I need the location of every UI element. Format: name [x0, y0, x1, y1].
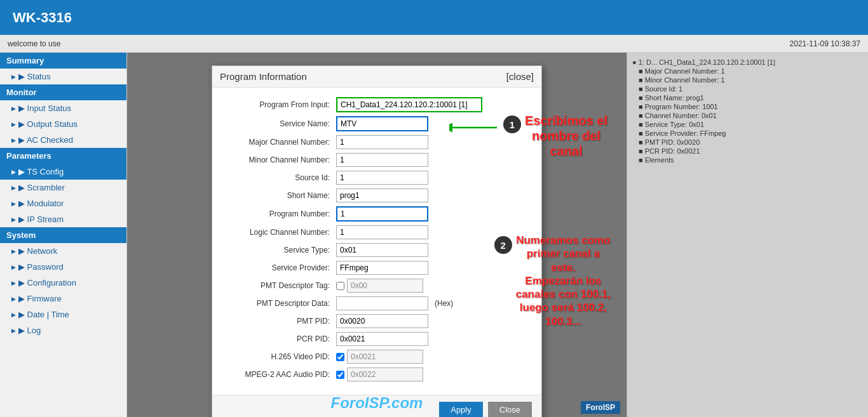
short-name-label: Short Name: — [225, 191, 336, 200]
major-channel-input[interactable] — [336, 135, 428, 149]
apply-button[interactable]: Apply — [439, 402, 483, 417]
sidebar-item-output-status[interactable]: ▶ Output Status — [0, 116, 126, 132]
sidebar-section-system: System — [0, 227, 126, 243]
source-id-input[interactable] — [336, 171, 428, 185]
content-area: Program Information [close] Program From… — [127, 53, 627, 417]
service-type-label: Service Type: — [225, 246, 336, 255]
rp-item: ■ PCR PID: 0x0021 — [632, 147, 863, 156]
service-provider-row: Service Provider: — [225, 261, 529, 275]
arrow-1-icon — [449, 118, 500, 137]
h265-video-pid-row: H.265 Video PID: — [225, 350, 529, 364]
minor-channel-field — [336, 153, 529, 167]
app-header: WK-3316 — [0, 0, 868, 35]
rp-item: ■ Program Number: 1001 — [632, 102, 863, 111]
sidebar-item-status[interactable]: ▶ Status — [0, 69, 126, 84]
pmt-descriptor-data-row: PMT Descriptor Data: (Hex) — [225, 296, 529, 310]
program-from-input-input[interactable] — [336, 97, 482, 112]
sidebar-item-ip-stream[interactable]: ▶ IP Stream — [0, 211, 126, 227]
sidebar-item-modulator[interactable]: ▶ Modulator — [0, 195, 126, 211]
sidebar-item-datetime[interactable]: ▶ Date | Time — [0, 307, 126, 322]
sidebar-item-ac-checked[interactable]: ▶ AC Checked — [0, 132, 126, 148]
source-id-label: Source Id: — [225, 173, 336, 182]
major-channel-label: Major Channel Number: — [225, 138, 336, 147]
service-name-label: Service Name: — [225, 119, 336, 128]
source-id-row: Source Id: — [225, 171, 529, 185]
sidebar-item-configuration[interactable]: ▶ Configuration — [0, 275, 126, 291]
pmt-descriptor-tag-input[interactable] — [347, 279, 423, 293]
pmt-pid-row: PMT PID: — [225, 314, 529, 328]
major-channel-field — [336, 135, 529, 149]
pmt-descriptor-data-label: PMT Descriptor Data: — [225, 299, 336, 308]
rp-item: ■ PMT PID: 0x0020 — [632, 138, 863, 147]
minor-channel-label: Minor Channel Number: — [225, 156, 336, 164]
annotation-2: 2 Numeramos comoprimer canal aeste.Empez… — [494, 234, 611, 328]
rp-item: ● 1: D... CH1_Data1_224.120.120.2:10001 … — [632, 58, 863, 67]
program-number-field — [336, 206, 529, 222]
pmt-pid-label: PMT PID: — [225, 317, 336, 326]
forolsp-badge: ForoISP — [581, 401, 620, 414]
logic-channel-row: Logic Channel Number: — [225, 225, 529, 239]
service-provider-label: Service Provider: — [225, 263, 336, 272]
sidebar-item-network[interactable]: ▶ Network — [0, 243, 126, 259]
sidebar-item-input-status[interactable]: ▶ Input Status — [0, 100, 126, 116]
sidebar-item-firmware[interactable]: ▶ Firmware — [0, 291, 126, 307]
badge-2: 2 — [494, 236, 512, 254]
source-id-field — [336, 171, 529, 185]
pcr-pid-input[interactable] — [336, 332, 428, 346]
pmt-descriptor-tag-row: PMT Descriptor Tag: — [225, 279, 529, 293]
sidebar: Summary▶ StatusMonitor▶ Input Status▶ Ou… — [0, 53, 127, 417]
program-number-row: Program Number: — [225, 206, 529, 222]
close-button[interactable]: Close — [488, 402, 532, 417]
dialog-titlebar: Program Information [close] — [212, 66, 541, 88]
datetime-display: 2021-11-09 10:38:37 — [790, 39, 860, 48]
service-provider-input[interactable] — [336, 261, 428, 275]
mpeg2-aac-row: MPEG-2 AAC Audio PID: — [225, 367, 529, 381]
main-layout: Summary▶ StatusMonitor▶ Input Status▶ Ou… — [0, 53, 868, 417]
app-title: WK-3316 — [13, 10, 72, 26]
short-name-input[interactable] — [336, 189, 428, 202]
logic-channel-label: Logic Channel Number: — [225, 228, 336, 237]
program-number-input[interactable] — [336, 206, 428, 222]
pmt-descriptor-tag-label: PMT Descriptor Tag: — [225, 281, 336, 290]
h265-video-pid-checkbox[interactable] — [336, 353, 344, 361]
welcome-text: welcome to use — [8, 39, 60, 48]
short-name-row: Short Name: — [225, 189, 529, 202]
sidebar-item-log[interactable]: ▶ Log — [0, 322, 126, 338]
short-name-field — [336, 189, 529, 202]
mpeg2-aac-label: MPEG-2 AAC Audio PID: — [225, 370, 336, 379]
mpeg2-aac-checkbox[interactable] — [336, 371, 344, 379]
pmt-descriptor-data-input[interactable] — [336, 296, 428, 310]
h265-video-pid-label: H.265 Video PID: — [225, 352, 336, 361]
right-panel: ● 1: D... CH1_Data1_224.120.120.2:10001 … — [627, 53, 868, 417]
sidebar-item-ts-config[interactable]: ▶ TS Config — [0, 164, 126, 180]
sidebar-section-parameters: Parameters — [0, 148, 126, 164]
program-from-input-row: Program From Input: — [225, 97, 529, 112]
logic-channel-input[interactable] — [336, 225, 428, 239]
sidebar-item-password[interactable]: ▶ Password — [0, 259, 126, 275]
forolsp-watermark: ForoISP.com — [331, 394, 423, 412]
sidebar-item-scrambler[interactable]: ▶ Scrambler — [0, 180, 126, 195]
program-number-label: Program Number: — [225, 209, 336, 218]
minor-channel-input[interactable] — [336, 153, 428, 167]
mpeg2-aac-field — [336, 367, 529, 381]
sidebar-section-monitor: Monitor — [0, 84, 126, 100]
pmt-descriptor-tag-checkbox[interactable] — [336, 282, 344, 290]
service-name-input[interactable] — [336, 116, 428, 131]
program-from-input-field — [336, 97, 529, 112]
service-type-input[interactable] — [336, 243, 428, 257]
ann2-text: Numeramos comoprimer canal aeste.Empezar… — [516, 234, 611, 328]
pcr-pid-field — [336, 332, 529, 346]
rp-item: ■ Elements — [632, 156, 863, 164]
rp-item: ■ Service Type: 0x01 — [632, 120, 863, 129]
rp-item: ■ Short Name: prog1 — [632, 93, 863, 102]
pmt-pid-input[interactable] — [336, 314, 428, 328]
h265-video-pid-input[interactable] — [347, 350, 423, 364]
annotation-1: 1 Escribimos elnombre delcanal — [503, 113, 607, 159]
hex-label: (Hex) — [435, 299, 453, 308]
service-type-row: Service Type: — [225, 243, 529, 257]
dialog-title: Program Information — [220, 71, 307, 82]
rp-item: ■ Source Id: 1 — [632, 84, 863, 93]
dialog-close-button[interactable]: [close] — [506, 71, 534, 82]
sidebar-section-summary: Summary — [0, 53, 126, 69]
mpeg2-aac-input[interactable] — [347, 367, 423, 381]
